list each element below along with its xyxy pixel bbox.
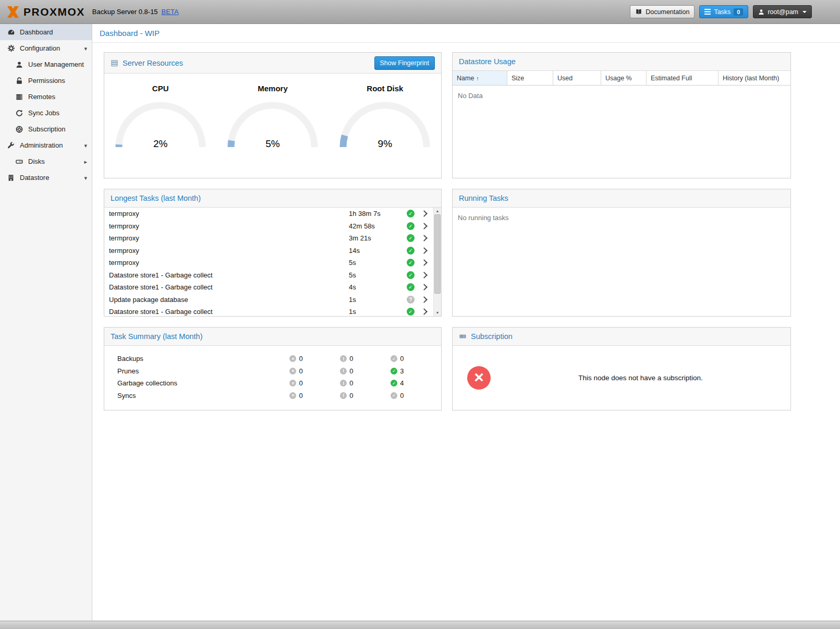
sidebar-item-sync-jobs[interactable]: Sync Jobs (0, 105, 92, 121)
warning-stat[interactable]: 0 (340, 379, 391, 387)
running-tasks-body: No running tasks (453, 208, 790, 316)
warning-count: 0 (349, 392, 353, 400)
sidebar-item-label: Administration (20, 141, 63, 149)
task-summary-panel: Task Summary (last Month) Backups 0 0 0 … (104, 327, 442, 410)
warning-stat[interactable]: 0 (340, 392, 391, 400)
error-stat[interactable]: 0 (289, 392, 340, 400)
task-row[interactable]: Datastore store1 - Garbage collect 5s (104, 269, 433, 282)
column-header-usage[interactable]: Usage % (601, 71, 647, 85)
documentation-button[interactable]: Documentation (630, 5, 695, 18)
task-duration: 5s (349, 271, 407, 279)
chevron-right-icon[interactable] (415, 285, 433, 289)
ok-stat[interactable]: 4 (391, 379, 441, 387)
task-row[interactable]: termproxy 5s (104, 257, 433, 269)
bottom-splitter[interactable] (0, 621, 840, 629)
sidebar-item-disks[interactable]: Disks ▸ (0, 153, 92, 170)
scroll-up-arrow[interactable]: ▲ (434, 208, 441, 214)
ok-stat[interactable]: 3 (391, 367, 441, 375)
chevron-right-icon[interactable] (415, 236, 433, 240)
status-unknown-icon (407, 296, 415, 304)
life-ring-icon (15, 126, 24, 133)
sidebar-item-administration[interactable]: Administration ▾ (0, 137, 92, 153)
ok-stat[interactable]: 0 (391, 355, 441, 362)
ok-stat[interactable]: 0 (391, 392, 441, 400)
sidebar-item-subscription[interactable]: Subscription (0, 121, 92, 137)
running-tasks-header: Running Tasks (453, 189, 790, 208)
chevron-right-icon[interactable] (415, 224, 433, 228)
sidebar-item-label: Datastore (20, 174, 49, 182)
show-fingerprint-button[interactable]: Show Fingerprint (374, 56, 435, 70)
task-duration: 14s (349, 247, 407, 255)
sidebar-item-permissions[interactable]: Permissions (0, 72, 92, 89)
sidebar-item-user-management[interactable]: User Management (0, 56, 92, 72)
gauge-label: CPU (104, 84, 216, 93)
error-stat[interactable]: 0 (289, 367, 340, 375)
sidebar-item-remotes[interactable]: Remotes (0, 89, 92, 105)
chevron-down-icon[interactable]: ▾ (84, 174, 87, 181)
warning-count: 0 (349, 355, 353, 362)
chevron-right-icon[interactable] (415, 297, 433, 302)
user-menu-button[interactable]: root@pam (753, 5, 812, 18)
task-duration: 1s (349, 296, 407, 304)
dashboard: Server Resources Show Fingerprint CPU 2% (92, 43, 840, 410)
scroll-down-arrow[interactable]: ▼ (434, 309, 441, 316)
no-subscription-icon: × (467, 366, 491, 390)
root-disk-gauge: Root Disk 9% (329, 74, 441, 178)
subscription-panel: Subscription × This node does not have a… (452, 327, 791, 410)
task-row[interactable]: Update package database 1s (104, 294, 433, 306)
tasks-label: Tasks (714, 8, 731, 16)
ok-circle-icon (391, 380, 397, 386)
sort-asc-icon: ↑ (476, 75, 479, 81)
sidebar-item-dashboard[interactable]: Dashboard (0, 24, 92, 40)
task-summary-body: Backups 0 0 0 Prunes 0 0 3 Garbage colle… (104, 346, 441, 410)
task-row[interactable]: Datastore store1 - Garbage collect 4s (104, 281, 433, 294)
task-row[interactable]: termproxy 1h 38m 7s (104, 208, 433, 220)
warning-circle-icon (340, 380, 347, 386)
error-stat[interactable]: 0 (289, 379, 340, 387)
column-header-used[interactable]: Used (553, 71, 601, 85)
chevron-right-icon[interactable] (415, 248, 433, 253)
panel-title: Task Summary (last Month) (111, 332, 202, 341)
error-circle-icon (289, 392, 296, 399)
sidebar-item-configuration[interactable]: Configuration ▾ (0, 40, 92, 56)
sidebar-item-label: Permissions (28, 77, 65, 84)
task-row[interactable]: termproxy 42m 58s (104, 220, 433, 233)
column-header-history[interactable]: History (last Month) (719, 71, 790, 85)
longest-tasks-panel: Longest Tasks (last Month) termproxy 1h … (104, 189, 442, 317)
task-row[interactable]: termproxy 14s (104, 245, 433, 257)
product-version: Backup Server 0.8-15 (92, 8, 158, 16)
panel-title: Running Tasks (459, 194, 508, 202)
sidebar-item-label: User Management (28, 61, 84, 68)
gauge-label: Memory (216, 84, 328, 93)
error-count: 0 (299, 355, 302, 362)
proxmox-x-icon (6, 5, 20, 19)
book-icon (635, 8, 642, 15)
chevron-right-icon[interactable] (415, 273, 433, 277)
scrollbar-thumb[interactable] (434, 214, 441, 294)
scrollbar[interactable]: ▲ ▼ (433, 208, 441, 316)
content-header: Dashboard - WIP (92, 24, 840, 43)
warning-stat[interactable]: 0 (340, 355, 391, 362)
task-row[interactable]: termproxy 3m 21s (104, 232, 433, 245)
error-stat[interactable]: 0 (289, 355, 340, 362)
summary-row-backups: Backups 0 0 0 (104, 353, 441, 365)
task-name: termproxy (109, 247, 349, 255)
gauge-label: Root Disk (329, 84, 441, 93)
chevron-right-icon[interactable] (415, 309, 433, 314)
sidebar-item-datastore[interactable]: Datastore ▾ (0, 170, 92, 186)
chevron-right-icon[interactable] (415, 260, 433, 265)
column-header-estimated-full[interactable]: Estimated Full (647, 71, 719, 85)
tasks-button[interactable]: Tasks 0 (699, 5, 748, 18)
topbar-actions: Documentation Tasks 0 root@pam (630, 5, 840, 18)
chevron-right-icon[interactable]: ▸ (84, 158, 87, 165)
warning-stat[interactable]: 0 (340, 367, 391, 375)
column-header-name[interactable]: Name ↑ (453, 71, 507, 85)
chevron-down-icon[interactable]: ▾ (84, 142, 87, 149)
chevron-right-icon[interactable] (415, 211, 433, 216)
column-header-size[interactable]: Size (507, 71, 553, 85)
task-row[interactable]: Datastore store1 - Garbage collect 1s (104, 306, 433, 316)
server-resources-header: Server Resources Show Fingerprint (104, 53, 441, 74)
sidebar-item-label: Sync Jobs (28, 109, 59, 117)
chevron-down-icon[interactable]: ▾ (84, 45, 87, 52)
beta-link[interactable]: BETA (162, 8, 179, 16)
